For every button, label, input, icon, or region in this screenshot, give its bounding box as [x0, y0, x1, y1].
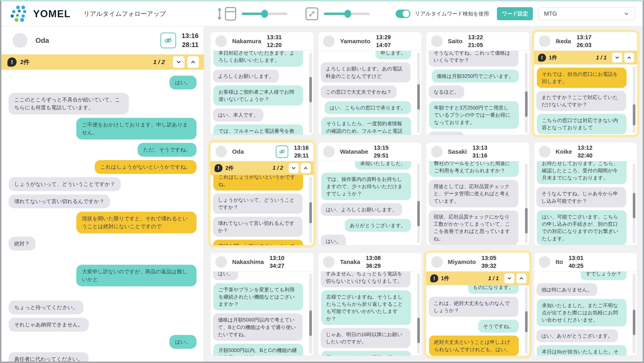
conversation-card[interactable]: Nakamura 13:31 12:20 ! 本 [210, 32, 314, 135]
chat-bubble: ご不便をおかけしております。申し訳ありません。 [76, 118, 196, 139]
card-height-slider[interactable] [242, 12, 288, 15]
scrollbar-thumb[interactable] [309, 77, 312, 102]
scrollbar[interactable] [417, 163, 420, 243]
app-window: YOMEL リアルタイムフォローアップ [0, 0, 644, 363]
conversation-card[interactable]: Oda 13:16 28:11 ! 2件 1 / 2 [210, 142, 314, 246]
scrollbar[interactable] [309, 177, 312, 243]
conversation-card[interactable]: Miyamoto 13:05 39:32 ! 1件 1 / 1 [426, 252, 530, 356]
conversation-card[interactable]: Nakashima 13:10 34:27 ! [210, 252, 314, 356]
scrollbar-thumb[interactable] [309, 310, 312, 336]
avatar [215, 35, 227, 47]
conversation-card[interactable]: Koike 13:12 32:40 ! お待たせ [534, 142, 638, 246]
conversation-card[interactable]: Yamamoto 13:29 14:07 ! 申 [318, 32, 422, 135]
card-size-slider[interactable] [324, 12, 370, 15]
hide-conversation-button[interactable] [276, 145, 288, 158]
alert-prev-button[interactable] [187, 56, 199, 68]
scrollbar-thumb[interactable] [417, 318, 420, 343]
card-header: Sasaki 13:13 31:16 [426, 142, 529, 161]
scrollbar-thumb[interactable] [525, 208, 528, 234]
alert-next-button[interactable] [173, 56, 184, 68]
conversation-card[interactable]: Ito 13:01 40:25 ! すでしょうか [534, 252, 638, 356]
chat-bubble: 絶対大丈夫ということは申し上げられないんですけれども、はい。 [429, 336, 519, 356]
slider-knob[interactable] [344, 10, 351, 18]
scrollbar[interactable] [309, 53, 312, 133]
card-header: Watanabe 13:15 29:51 [318, 142, 421, 161]
scrollbar[interactable] [417, 53, 420, 133]
start-time: 13:29 [376, 33, 391, 41]
chevron-down-icon [614, 55, 620, 60]
speaker-name: Ikeda [556, 38, 571, 45]
scrollbar[interactable] [417, 274, 420, 354]
chevron-up-icon [303, 165, 308, 171]
card-chat-area: そうなんですね。これって価格はいくらですか？価格は月額3250円でございます。な… [426, 51, 529, 135]
word-alert-bar: ! 2件 1 / 2 [2, 54, 204, 70]
scrollbar-thumb[interactable] [633, 104, 636, 125]
alert-next-button[interactable] [289, 163, 299, 173]
realtime-word-toggle[interactable] [396, 9, 410, 18]
speaker-name: Watanabe [340, 148, 368, 155]
alert-position: 1 / 2 [153, 59, 165, 65]
card-chat-area: はい。ご予算やプランを変更しても利用を継続されたい機能などはございますか？価格は… [210, 272, 314, 356]
scrollbar-thumb[interactable] [525, 91, 528, 117]
scrollbar-thumb[interactable] [309, 202, 312, 223]
hide-conversation-button[interactable] [160, 33, 176, 48]
scrollbar-thumb[interactable] [417, 201, 420, 227]
chat-bubble: はい、本人です。 [213, 108, 264, 121]
realtime-word-label: リアルタイムワード検知を使用 [415, 10, 489, 17]
chat-bubble: 他は特にありません。 [536, 283, 597, 296]
chat-bubble: それじゃあ納得できません。 [8, 318, 89, 332]
speaker-name: Miyamoto [448, 259, 476, 265]
scrollbar[interactable] [525, 163, 528, 243]
scrollbar[interactable] [633, 274, 636, 354]
conversation-card[interactable]: Sasaki 13:13 31:16 ! 弊社の [426, 142, 530, 246]
word-settings-button[interactable]: ワード設定 [497, 7, 533, 20]
alert-prev-button[interactable] [624, 53, 634, 63]
alert-prev-button[interactable] [301, 163, 311, 173]
top-header: YOMEL リアルタイムフォローアップ [2, 1, 642, 26]
meeting-select[interactable]: MTG [538, 7, 635, 20]
card-size-icon [306, 7, 318, 20]
chat-bubble: 左様でございますね。そうしましたらこちらから折り返しすることも可能ですがいかがい… [321, 290, 411, 325]
card-header: Ikeda 13:17 26:03 [534, 32, 637, 51]
chat-bubble: 大変申し訳ないのですが、商品の返品は難しいかと [76, 265, 196, 286]
alert-prev-button[interactable] [516, 273, 526, 283]
avatar [215, 146, 227, 157]
chevron-down-icon [291, 165, 296, 171]
chat-bubble: お待たせしております。こちら、確認したところ、受付の期間が今月末までになっており… [537, 161, 626, 184]
chat-bubble: ただ、そうですね。 [138, 143, 196, 157]
chat-bubble: 用途としては、応対品質チェックと、データ管理に使えればと考えています。 [429, 180, 518, 207]
elapsed-time: 28:11 [182, 40, 198, 49]
scrollbar[interactable] [525, 53, 528, 133]
scrollbar[interactable] [633, 163, 636, 243]
card-chat-area: 本日対応させていただきます、よろしくお願いいたします。よろしくお願いします。お客… [210, 51, 314, 135]
conversation-card[interactable]: Tanaka 13:08 36:29 ! すみま [318, 252, 422, 356]
scrollbar-thumb[interactable] [633, 310, 636, 335]
scrollbar[interactable] [633, 66, 636, 133]
speaker-name: Nakamura [232, 38, 261, 45]
chat-bubble: よろしくお願いします。あの電話料金のことなんですけど [321, 62, 410, 82]
chat-bubble: 承知いたしました。またご不明な点が出てきた際にはお気軽にお問い合わせくださいませ… [537, 299, 626, 326]
scrollbar[interactable] [525, 287, 528, 354]
slider-knob[interactable] [261, 10, 268, 18]
chat-bubble: では、操作案内の資料をお持ちしますので、少々お待ちいただけますでしょうか？ [321, 173, 411, 200]
eye-off-icon [164, 36, 173, 45]
scrollbar-thumb[interactable] [417, 84, 420, 110]
alert-next-button[interactable] [612, 53, 622, 63]
scrollbar-thumb[interactable] [633, 193, 636, 219]
conversation-card[interactable]: Saito 13:22 21:05 ! そうなん [426, 32, 530, 135]
conversation-card[interactable]: Watanabe 13:15 29:51 ! 承 [318, 142, 422, 246]
chat-bubble: 承知いたしました。明日15日の16時以降にこちらからご連絡いたしますね。 [321, 351, 411, 356]
scrollbar[interactable] [309, 274, 312, 354]
alert-next-button[interactable] [504, 273, 514, 283]
chat-bubble: ものになります。 [468, 285, 519, 294]
conversation-card[interactable]: Ikeda 13:17 26:03 ! 1件 1 / 1 [534, 32, 638, 135]
elapsed-time: 31:16 [472, 152, 487, 159]
chat-bubble: 責任者に代わってください。 [8, 352, 88, 362]
chat-bubble: そうしましたら、一度契約者情報の確認のため、フルネームと電話番号を教えていただけ… [321, 117, 411, 135]
meeting-select-value: MTG [544, 10, 557, 17]
alert-count: 2件 [20, 58, 30, 66]
alert-icon: ! [214, 164, 222, 172]
chevron-down-icon [176, 59, 182, 65]
card-header: Ito 13:01 40:25 [534, 253, 637, 272]
scrollbar-thumb[interactable] [525, 311, 528, 332]
